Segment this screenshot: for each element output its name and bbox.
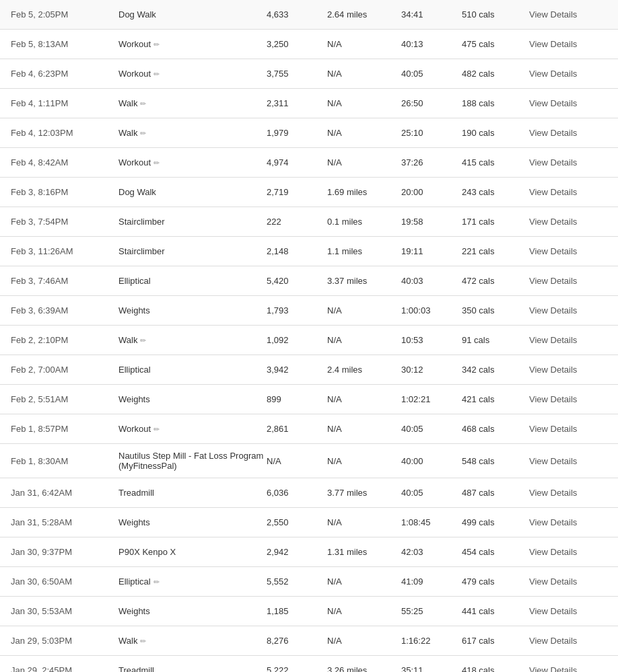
table-row: Feb 3, 6:39AMWeights1,793N/A1:00:03350 c… [0,296,618,326]
row-action: View Details [529,246,607,256]
row-action: View Details [529,424,607,434]
row-activity: Workout ✏ [118,424,267,434]
view-details-link[interactable]: View Details [529,69,577,79]
row-distance: N/A [327,517,401,527]
edit-icon[interactable]: ✏ [153,425,160,434]
row-date: Jan 31, 5:28AM [11,517,118,527]
view-details-link[interactable]: View Details [529,424,577,434]
row-calories: 468 cals [462,424,529,434]
view-details-link[interactable]: View Details [529,335,577,345]
row-steps: 3,755 [267,69,327,79]
row-duration: 19:58 [401,217,462,227]
row-distance: 3.37 miles [327,276,401,286]
row-action: View Details [529,576,607,587]
row-calories: 472 cals [462,276,529,286]
row-action: View Details [529,187,607,197]
edit-icon[interactable]: ✏ [140,336,146,345]
view-details-link[interactable]: View Details [529,9,577,20]
table-row: Jan 30, 6:50AMElliptical ✏5,552N/A41:094… [0,567,618,597]
row-distance: N/A [327,576,401,587]
row-duration: 19:11 [401,246,462,256]
table-row: Feb 2, 5:51AMWeights899N/A1:02:21421 cal… [0,385,618,414]
row-steps: N/A [267,456,327,466]
row-distance: 2.4 miles [327,365,401,375]
activity-name: Elliptical [118,365,151,375]
row-distance: N/A [327,98,401,108]
view-details-link[interactable]: View Details [529,217,577,227]
row-calories: 171 cals [462,217,529,227]
view-details-link[interactable]: View Details [529,488,577,498]
edit-icon[interactable]: ✏ [153,159,160,167]
table-row: Feb 5, 2:05PMDog Walk4,6332.64 miles34:4… [0,0,618,30]
table-row: Feb 3, 7:46AMElliptical5,4203.37 miles40… [0,266,618,296]
row-distance: 1.1 miles [327,246,401,256]
row-duration: 40:05 [401,488,462,498]
table-row: Feb 2, 2:10PMWalk ✏1,092N/A10:5391 calsV… [0,326,618,355]
view-details-link[interactable]: View Details [529,39,577,49]
activity-name: Walk [118,335,137,345]
edit-icon[interactable]: ✏ [153,578,160,587]
row-duration: 40:03 [401,276,462,286]
row-date: Feb 2, 5:51AM [11,394,118,404]
view-details-link[interactable]: View Details [529,456,577,466]
row-calories: 421 cals [462,394,529,404]
view-details-link[interactable]: View Details [529,576,577,587]
row-date: Jan 29, 2:45PM [11,665,118,672]
row-calories: 190 cals [462,128,529,138]
view-details-link[interactable]: View Details [529,276,577,286]
view-details-link[interactable]: View Details [529,128,577,138]
edit-icon[interactable]: ✏ [140,129,146,138]
row-calories: 487 cals [462,488,529,498]
activity-name: Dog Walk [118,187,156,197]
view-details-link[interactable]: View Details [529,636,577,646]
row-steps: 2,942 [267,547,327,557]
edit-icon[interactable]: ✏ [140,100,146,108]
view-details-link[interactable]: View Details [529,606,577,616]
view-details-link[interactable]: View Details [529,98,577,108]
row-action: View Details [529,128,607,138]
activity-name: Walk [118,98,137,108]
row-action: View Details [529,488,607,498]
row-activity: Walk ✏ [118,128,267,138]
row-duration: 40:05 [401,69,462,79]
row-calories: 221 cals [462,246,529,256]
activity-name: Elliptical [118,576,151,587]
row-activity: Dog Walk [118,187,267,197]
row-duration: 1:02:21 [401,394,462,404]
activity-name: Workout [118,424,151,434]
view-details-link[interactable]: View Details [529,305,577,315]
row-activity: Weights [118,394,267,404]
edit-icon[interactable]: ✏ [153,40,160,49]
view-details-link[interactable]: View Details [529,157,577,167]
row-date: Feb 4, 6:23PM [11,69,118,79]
activity-name: Nautilus Step Mill - Fat Loss Program (M… [118,451,263,471]
row-duration: 40:13 [401,39,462,49]
view-details-link[interactable]: View Details [529,665,577,672]
row-activity: Workout ✏ [118,69,267,79]
row-calories: 91 cals [462,335,529,345]
row-action: View Details [529,39,607,49]
view-details-link[interactable]: View Details [529,365,577,375]
row-activity: Treadmill [118,488,267,498]
row-date: Feb 4, 12:03PM [11,128,118,138]
row-calories: 479 cals [462,576,529,587]
row-steps: 1,092 [267,335,327,345]
row-activity: Walk ✏ [118,636,267,646]
view-details-link[interactable]: View Details [529,547,577,557]
edit-icon[interactable]: ✏ [153,70,160,79]
view-details-link[interactable]: View Details [529,394,577,404]
table-row: Jan 29, 2:45PMTreadmill5,2223.26 miles35… [0,656,618,672]
table-row: Feb 5, 8:13AMWorkout ✏3,250N/A40:13475 c… [0,30,618,59]
edit-icon[interactable]: ✏ [140,637,146,646]
row-date: Feb 5, 2:05PM [11,9,118,20]
row-activity: Elliptical ✏ [118,576,267,587]
row-distance: 2.64 miles [327,9,401,20]
view-details-link[interactable]: View Details [529,517,577,527]
row-activity: Stairclimber [118,217,267,227]
row-action: View Details [529,217,607,227]
view-details-link[interactable]: View Details [529,246,577,256]
table-row: Feb 3, 11:26AMStairclimber2,1481.1 miles… [0,237,618,266]
row-duration: 37:26 [401,157,462,167]
row-activity: Stairclimber [118,246,267,256]
view-details-link[interactable]: View Details [529,187,577,197]
